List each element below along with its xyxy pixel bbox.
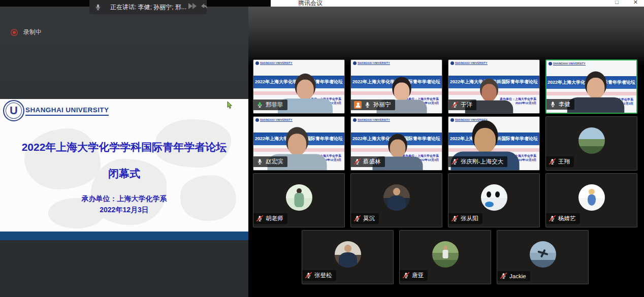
participant-name: 赵宏滨 (266, 158, 283, 166)
double-arrow-icon[interactable] (187, 2, 198, 12)
university-logo-text: SHANGHAI UNIVERSITY (25, 106, 109, 116)
participant-tile[interactable]: 杨婧艺 (545, 173, 637, 227)
university-emblem-icon (353, 118, 357, 122)
mic-status-icon (354, 215, 361, 222)
participant-name-tag: 于洋 (448, 100, 476, 110)
participant-name-tag: 唐亚 (400, 270, 428, 281)
participant-name: 张庆刚-上海交大 (461, 158, 503, 166)
recording-indicator: 录制中 (11, 28, 42, 37)
avatar-image (383, 184, 410, 211)
mic-status-icon (403, 272, 409, 279)
participant-name: 胡老师 (266, 215, 283, 222)
participant-grid: SHANGHAI UNIVERSITY 2022年上海大学化学学科国际青年学者论… (248, 7, 644, 297)
university-emblem-icon (549, 62, 552, 65)
participant-name-tag: 张庆刚-上海交大 (448, 156, 507, 167)
avatar-image (286, 184, 312, 211)
participant-name: 李健 (559, 101, 570, 108)
microphone-icon (94, 4, 102, 11)
slide-footer-bar (0, 232, 248, 240)
participant-name-tag: 莫沉 (351, 213, 379, 224)
mic-status-icon (550, 101, 556, 108)
participant-tile[interactable]: 张从阳 (448, 173, 540, 227)
participant-name-tag: 李健 (546, 99, 574, 110)
participant-name-tag: 孙丽宁 (351, 100, 395, 110)
participant-tile[interactable]: 莫沉 (350, 173, 442, 227)
participant-tile[interactable]: 唐亚 (399, 230, 491, 284)
mic-status-icon (549, 158, 556, 165)
mic-status-icon (500, 273, 507, 279)
virtual-bg-logo: SHANGHAI UNIVERSITY (353, 118, 390, 122)
participant-tile[interactable]: SHANGHAI UNIVERSITY 2022年上海大学化学学科国际青年学者论… (448, 59, 540, 114)
participant-tile[interactable]: SHANGHAI UNIVERSITY 2022年上海大学化学学科国际青年学者论… (350, 59, 442, 114)
recording-icon (11, 29, 18, 36)
participant-tile[interactable]: 胡老师 (253, 173, 345, 227)
mouse-cursor (227, 102, 233, 111)
presenter-badge-icon (354, 101, 362, 109)
participant-tile[interactable]: 张登松 (302, 230, 394, 284)
university-emblem-icon (255, 61, 259, 65)
participant-tile[interactable]: 王翔 (545, 116, 637, 171)
participant-tile[interactable]: SHANGHAI UNIVERSITY 2022年上海大学化学学科国际青年学者论… (448, 116, 540, 171)
university-emblem-icon (353, 61, 357, 65)
mic-status-icon (305, 272, 312, 279)
participant-name: 王翔 (558, 158, 570, 166)
speaking-indicator-bar[interactable]: 正在讲话: 李健; 孙丽宁; 邢... (89, 0, 207, 14)
participant-name-tag: 王翔 (546, 156, 574, 167)
mic-status-icon (452, 102, 458, 108)
participant-name-tag: 张登松 (302, 270, 336, 281)
avatar-image (578, 127, 605, 154)
participant-name: 孙丽宁 (373, 101, 391, 109)
virtual-bg-logo: SHANGHAI UNIVERSITY (549, 62, 586, 65)
tencent-meeting-window: 腾讯会议 □ ✕ 正在讲话: 李健; 孙丽宁; 邢... 录制中 (0, 0, 644, 297)
mic-status-icon (256, 102, 263, 108)
participant-name: 蔡盛林 (363, 158, 381, 166)
window-title: 腾讯会议 (298, 0, 323, 7)
slide-title: 2022年上海大学化学学科国际青年学者论坛 (0, 140, 248, 154)
mic-status-icon (256, 215, 263, 222)
mic-status-icon (256, 158, 263, 165)
participant-name-tag: Jackie (497, 271, 530, 281)
participant-name: 张从阳 (461, 215, 478, 222)
avatar-image (335, 241, 361, 268)
avatar-image (530, 241, 556, 268)
shanghai-university-logo: U SHANGHAI UNIVERSITY (3, 100, 109, 121)
participant-name-tag: 杨婧艺 (546, 213, 580, 224)
participant-name: 唐亚 (412, 272, 424, 279)
virtual-bg-logo: SHANGHAI UNIVERSITY (255, 61, 293, 65)
participant-name-tag: 胡老师 (253, 213, 287, 224)
participant-name-tag: 张从阳 (448, 213, 482, 224)
participant-name-tag: 邢菲菲 (253, 100, 287, 110)
avatar-image (481, 184, 507, 211)
participant-tile[interactable]: SHANGHAI UNIVERSITY 2022年上海大学化学学科国际青年学者论… (545, 59, 637, 114)
participant-name: 莫沉 (363, 215, 375, 222)
mic-status-icon (364, 102, 371, 108)
university-emblem-icon (450, 61, 454, 65)
university-emblem-icon: U (3, 100, 24, 121)
slide-date: 2022年12月3日 (0, 206, 248, 215)
participant-name-tag: 赵宏滨 (253, 156, 287, 167)
participant-tile[interactable]: SHANGHAI UNIVERSITY 2022年上海大学化学学科国际青年学者论… (253, 59, 345, 114)
participant-name: 邢菲菲 (266, 101, 283, 109)
virtual-bg-logo: SHANGHAI UNIVERSITY (255, 118, 293, 122)
mic-status-icon (452, 158, 458, 165)
mic-status-icon (354, 158, 361, 165)
close-button[interactable]: ✕ (633, 0, 638, 6)
university-emblem-icon (255, 118, 259, 122)
participant-name: 张登松 (314, 272, 332, 279)
participant-name: 杨婧艺 (558, 215, 576, 222)
virtual-bg-logo: SHANGHAI UNIVERSITY (450, 61, 488, 65)
participant-name: 于洋 (461, 101, 472, 109)
mic-status-icon (452, 215, 458, 222)
maximize-button[interactable]: □ (615, 0, 619, 5)
participant-tile[interactable]: Jackie (497, 230, 589, 284)
slide-subtitle: 闭幕式 (0, 167, 248, 181)
participant-video-silhouette (567, 72, 624, 114)
mic-status-icon (549, 215, 556, 222)
slide-organizer: 承办单位：上海大学化学系 (0, 194, 248, 204)
avatar-image (578, 184, 605, 211)
participant-tile[interactable]: SHANGHAI UNIVERSITY 2022年上海大学化学学科国际青年学者论… (253, 116, 345, 171)
speaking-text: 正在讲话: 李健; 孙丽宁; 邢... (110, 3, 186, 12)
avatar-image (432, 241, 459, 268)
undo-arrow-icon[interactable] (199, 2, 208, 12)
participant-tile[interactable]: SHANGHAI UNIVERSITY 2022年上海大学化学学科国际青年学者论… (350, 116, 442, 171)
